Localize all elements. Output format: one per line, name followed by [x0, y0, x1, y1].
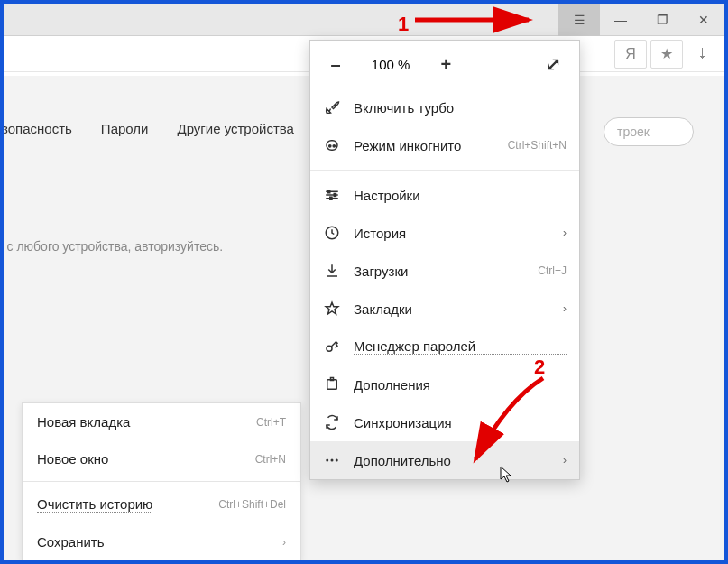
close-button[interactable]: ✕	[683, 4, 724, 36]
minimize-button[interactable]: —	[600, 4, 641, 36]
key-icon	[323, 337, 341, 356]
menu-item-label: Закладки	[354, 301, 550, 317]
incognito-icon	[323, 136, 341, 154]
star-icon	[323, 300, 341, 318]
tab-passwords[interactable]: Пароли	[101, 121, 149, 136]
menu-clear-history[interactable]: Очистить историю Ctrl+Shift+Del	[23, 485, 300, 523]
menu-settings[interactable]: Настройки	[310, 176, 579, 214]
shortcut-label: Ctrl+J	[538, 264, 567, 277]
annotation-arrow-2	[453, 374, 552, 473]
svg-point-2	[333, 145, 335, 147]
yandex-home-button[interactable]: Я	[614, 40, 647, 69]
menu-incognito[interactable]: Режим инкогнито Ctrl+Shift+N	[310, 126, 579, 164]
left-submenu: Новая вкладка Ctrl+T Новое окно Ctrl+N О…	[22, 402, 301, 560]
zoom-controls: – 100 % + ⤢	[310, 41, 579, 88]
menu-separator	[310, 170, 579, 171]
menu-downloads[interactable]: Загрузки Ctrl+J	[310, 252, 579, 290]
shortcut-label: Ctrl+T	[256, 416, 286, 429]
zoom-in-button[interactable]: +	[433, 51, 458, 77]
menu-history[interactable]: История ›	[310, 214, 579, 252]
menu-item-label: Включить турбо	[354, 100, 567, 116]
svg-point-15	[336, 459, 338, 462]
svg-rect-7	[334, 194, 336, 197]
rocket-icon	[323, 98, 341, 116]
shortcut-label: Ctrl+Shift+N	[508, 139, 567, 152]
svg-rect-11	[327, 380, 337, 390]
menu-item-label: Настройки	[354, 188, 567, 203]
menu-item-label: Новое окно	[37, 451, 108, 467]
svg-rect-0	[327, 141, 337, 151]
shortcut-label: Ctrl+Shift+Del	[218, 498, 286, 511]
svg-rect-8	[330, 197, 332, 199]
menu-new-tab[interactable]: Новая вкладка Ctrl+T	[23, 403, 300, 440]
menu-separator	[23, 481, 300, 482]
svg-point-14	[331, 459, 334, 462]
zoom-out-button[interactable]: –	[323, 51, 348, 77]
sync-icon	[323, 413, 341, 431]
svg-point-10	[327, 346, 332, 351]
shortcut-label: Ctrl+N	[255, 453, 286, 466]
bookmark-star-button[interactable]: ★	[650, 40, 683, 69]
settings-search-input[interactable]: троек	[604, 117, 694, 146]
menu-item-label: Загрузки	[354, 264, 525, 279]
zoom-level-label: 100 %	[372, 57, 410, 72]
clock-icon	[323, 224, 341, 242]
annotation-callout-2: 2	[534, 356, 545, 379]
download-icon	[323, 262, 341, 280]
svg-rect-6	[328, 190, 330, 193]
menu-save[interactable]: Сохранить ›	[23, 523, 300, 560]
mouse-cursor-icon	[500, 466, 514, 487]
chevron-right-icon: ›	[563, 227, 567, 239]
fullscreen-button[interactable]: ⤢	[541, 51, 567, 77]
menu-item-label: Очистить историю	[37, 496, 152, 513]
svg-point-1	[329, 145, 331, 147]
chevron-right-icon: ›	[282, 536, 286, 549]
chevron-right-icon: ›	[563, 302, 567, 315]
menu-item-label: Сохранить	[37, 534, 105, 550]
menu-item-label: Новая вкладка	[37, 414, 130, 430]
tab-other-devices[interactable]: Другие устройства	[177, 121, 293, 136]
menu-item-label: Менеджер паролей	[354, 338, 567, 355]
menu-new-window[interactable]: Новое окно Ctrl+N	[23, 440, 300, 477]
menu-turbo[interactable]: Включить турбо	[310, 88, 579, 126]
addon-icon	[323, 375, 341, 393]
window-titlebar: ☰ — ❐ ✕	[4, 4, 724, 36]
search-placeholder: троек	[617, 125, 650, 139]
annotation-callout-1: 1	[398, 13, 409, 36]
downloads-button[interactable]: ⭳	[687, 40, 719, 69]
svg-point-13	[326, 459, 328, 462]
sliders-icon	[323, 186, 341, 204]
menu-bookmarks[interactable]: Закладки ›	[310, 290, 579, 328]
dots-icon	[323, 451, 341, 469]
annotation-arrow-1	[413, 5, 539, 34]
maximize-button[interactable]: ❐	[641, 4, 683, 36]
tab-security[interactable]: езопасность	[0, 121, 72, 136]
hamburger-menu-button[interactable]: ☰	[558, 4, 600, 36]
menu-item-label: История	[354, 226, 550, 241]
chevron-right-icon: ›	[563, 454, 567, 467]
menu-item-label: Режим инкогнито	[354, 138, 495, 153]
